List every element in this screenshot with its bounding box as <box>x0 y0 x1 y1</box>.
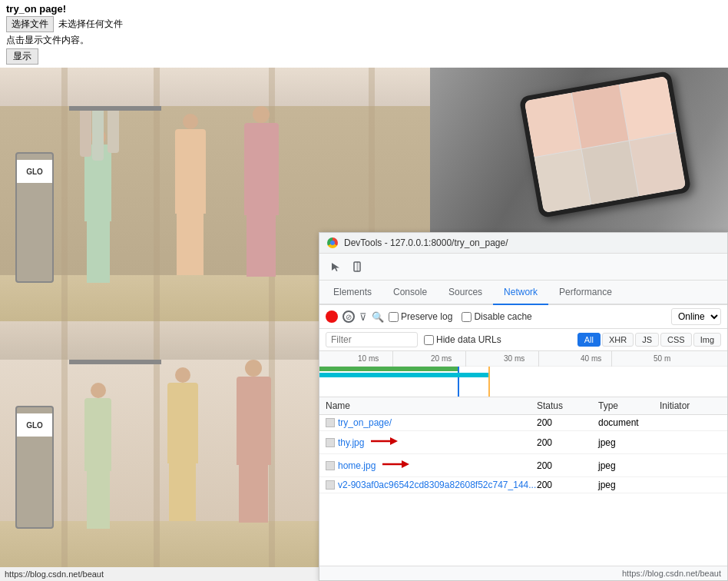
search-icon[interactable]: 🔍 <box>372 311 384 323</box>
table-row[interactable]: try_on_page/ 200 document <box>319 415 727 431</box>
url-bar: https://blog.csdn.net/beaut <box>0 567 319 581</box>
devtools-icon-toolbar <box>319 254 727 281</box>
tab-elements[interactable]: Elements <box>323 281 382 305</box>
file-status-text: 未选择任何文件 <box>58 18 123 31</box>
pointer-icon[interactable] <box>326 257 346 277</box>
tick-30ms: 30 ms <box>504 354 524 363</box>
network-table: try_on_page/ 200 document thy.jpg <box>319 415 727 566</box>
svg-rect-1 <box>357 262 358 271</box>
right-top-image <box>430 68 728 237</box>
disable-cache-checkbox[interactable]: Disable cache <box>462 311 531 322</box>
filter-buttons: All XHR JS CSS Img <box>577 333 721 347</box>
name-cell: v2-903af0ac96542cd8309a82608f52c747_144.… <box>326 480 537 490</box>
tab-sources[interactable]: Sources <box>438 281 493 305</box>
page-desc: 点击显示文件内容。 <box>6 34 722 47</box>
throttle-select[interactable]: Online <box>671 308 721 325</box>
table-row[interactable]: v2-903af0ac96542cd8309a82608f52c747_144.… <box>319 477 727 493</box>
devtools-title: DevTools - 127.0.0.1:8000/try_on_page/ <box>344 237 508 248</box>
svg-marker-5 <box>402 460 409 468</box>
col-initiator: Initiator <box>660 400 721 411</box>
row-icon <box>326 480 335 490</box>
name-cell: thy.jpg <box>326 433 537 451</box>
table-header: Name Status Type Initiator <box>319 397 727 415</box>
tick-20ms: 20 ms <box>431 354 452 363</box>
col-type: Type <box>598 400 660 411</box>
row-icon <box>326 418 335 427</box>
tab-performance[interactable]: Performance <box>548 281 623 305</box>
red-arrow-annotation-2 <box>379 456 409 474</box>
devtools-titlebar: DevTools - 127.0.0.1:8000/try_on_page/ <box>319 233 727 254</box>
tick-50ms: 50 m <box>654 354 670 363</box>
row-status: 200 <box>537 417 598 428</box>
status-url-text: https://blog.csdn.net/beaut <box>622 569 721 578</box>
row-status: 200 <box>537 480 598 490</box>
devtools-statusbar: https://blog.csdn.net/beaut <box>319 566 727 580</box>
filter-js[interactable]: JS <box>635 333 659 347</box>
page-title: try_on page! <box>6 3 722 15</box>
network-toolbar: ⊘ ⊽ 🔍 Preserve log Disable cache Online <box>319 305 727 329</box>
row-type: jpeg <box>598 437 660 448</box>
status-url: https://blog.csdn.net/beaut <box>5 569 104 579</box>
row-icon <box>326 438 335 447</box>
row-name: v2-903af0ac96542cd8309a82608f52c747_144.… <box>338 480 536 490</box>
name-cell: try_on_page/ <box>326 417 537 428</box>
page-header: try_on page! 选择文件 未选择任何文件 点击显示文件内容。 显示 <box>0 0 728 68</box>
filter-css[interactable]: CSS <box>660 333 692 347</box>
row-type: document <box>598 417 660 428</box>
row-status: 200 <box>537 437 598 448</box>
row-icon <box>326 461 335 470</box>
device-icon[interactable] <box>347 257 367 277</box>
devtools-panel: DevTools - 127.0.0.1:8000/try_on_page/ E… <box>319 232 728 581</box>
show-button[interactable]: 显示 <box>6 48 38 65</box>
row-name: home.jpg <box>338 460 376 471</box>
filter-icon[interactable]: ⊽ <box>359 311 367 323</box>
svg-marker-3 <box>390 437 398 445</box>
file-input-button[interactable]: 选择文件 <box>6 16 54 32</box>
col-status: Status <box>537 400 598 411</box>
row-status: 200 <box>537 460 598 471</box>
timeline: 10 ms 20 ms 30 ms 40 ms 50 m <box>319 351 727 397</box>
network-content: Name Status Type Initiator try_on_page/ … <box>319 397 727 566</box>
filter-img[interactable]: Img <box>693 333 721 347</box>
tab-network[interactable]: Network <box>493 281 548 305</box>
table-row[interactable]: home.jpg 200 jpeg <box>319 454 727 477</box>
tab-console[interactable]: Console <box>382 281 438 305</box>
filter-all[interactable]: All <box>577 333 601 347</box>
row-type: jpeg <box>598 460 660 471</box>
checkbox-row: Preserve log Disable cache <box>389 311 667 322</box>
clear-button[interactable]: ⊘ <box>342 310 355 323</box>
table-row[interactable]: thy.jpg 200 jpeg <box>319 431 727 454</box>
chrome-icon <box>327 237 338 248</box>
record-button[interactable] <box>326 310 338 323</box>
red-arrow-annotation-1 <box>367 433 398 451</box>
row-type: jpeg <box>598 480 660 490</box>
row-name: thy.jpg <box>338 437 364 448</box>
hide-data-urls-checkbox[interactable]: Hide data URLs <box>424 334 501 345</box>
tick-40ms: 40 ms <box>581 354 601 363</box>
row-name: try_on_page/ <box>338 417 392 428</box>
name-cell: home.jpg <box>326 456 537 474</box>
filter-xhr[interactable]: XHR <box>602 333 634 347</box>
file-input-row: 选择文件 未选择任何文件 <box>6 16 722 32</box>
filter-row: Hide data URLs All XHR JS CSS Img <box>319 329 727 351</box>
devtools-tabs: Elements Console Sources Network Perform… <box>319 281 727 305</box>
tick-10ms: 10 ms <box>358 354 379 363</box>
preserve-log-checkbox[interactable]: Preserve log <box>389 311 452 322</box>
filter-input[interactable] <box>326 332 418 347</box>
col-name: Name <box>326 400 537 411</box>
